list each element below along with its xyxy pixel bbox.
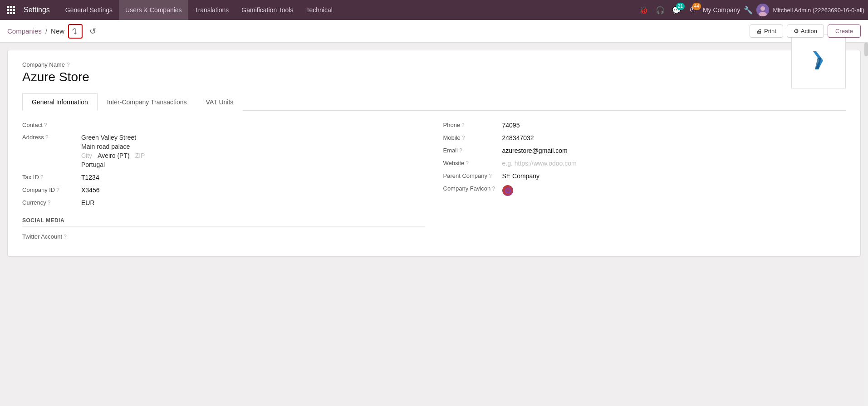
print-icon: 🖨 xyxy=(756,28,762,34)
tab-general-information[interactable]: General Information xyxy=(22,93,98,111)
apps-icon[interactable] xyxy=(4,3,18,17)
nav-right: 🐞 🎧 💬 21 ⏱ 44 My Company 🔧 Mitchell Admi… xyxy=(638,4,864,16)
tax-id-label: Tax ID ? xyxy=(22,174,81,181)
form-right: Phone ? 74095 Mobile ? 248347032 Email xyxy=(443,122,846,245)
currency-help-icon[interactable]: ? xyxy=(48,200,51,206)
zip-placeholder[interactable]: ZIP xyxy=(135,152,145,159)
svg-rect-0 xyxy=(7,6,9,8)
wrench-icon[interactable]: 🔧 xyxy=(744,6,753,15)
tab-inter-company[interactable]: Inter-Company Transactions xyxy=(98,93,196,111)
support-icon[interactable]: 🎧 xyxy=(654,4,667,16)
save-button[interactable] xyxy=(68,24,83,39)
svg-rect-3 xyxy=(7,9,9,11)
country-value[interactable]: Portugal xyxy=(81,161,145,168)
tax-id-field: Tax ID ? T1234 xyxy=(22,174,425,181)
city-placeholder[interactable]: City xyxy=(81,152,92,159)
nav-gamification[interactable]: Gamification Tools xyxy=(235,0,299,20)
twitter-field: Twitter Account ? xyxy=(22,233,425,240)
user-name[interactable]: Mitchell Admin (22263690-16-0-all) xyxy=(773,7,864,14)
mobile-label: Mobile ? xyxy=(443,134,502,141)
breadcrumb-parent[interactable]: Companies xyxy=(7,27,42,35)
svg-rect-1 xyxy=(10,6,12,8)
discard-button[interactable]: ↺ xyxy=(86,25,99,38)
breadcrumb-bar: Companies / New ↺ 🖨 Print ⚙ Action Creat… xyxy=(0,20,868,43)
svg-rect-2 xyxy=(13,6,15,8)
gear-icon: ⚙ xyxy=(794,28,799,34)
currency-label: Currency ? xyxy=(22,199,81,206)
company-name-help-icon[interactable]: ? xyxy=(67,62,70,68)
svg-point-10 xyxy=(760,6,765,11)
mobile-help-icon[interactable]: ? xyxy=(462,135,465,141)
tab-vat-units[interactable]: VAT Units xyxy=(196,93,243,111)
svg-rect-8 xyxy=(13,12,15,14)
app-name: Settings xyxy=(20,6,54,14)
address-city-row: City Aveiro (PT) ZIP xyxy=(81,152,145,159)
phone-help-icon[interactable]: ? xyxy=(461,122,465,128)
timer-icon[interactable]: ⏱ 44 xyxy=(687,4,699,16)
company-id-field: Company ID ? X3456 xyxy=(22,186,425,194)
svg-rect-6 xyxy=(7,12,9,14)
main-content: Company Name ? Azure Store General Infor… xyxy=(0,43,868,406)
social-media-section: SOCIAL MEDIA Twitter Account ? xyxy=(22,217,425,240)
currency-value[interactable]: EUR xyxy=(81,199,95,206)
phone-label: Phone ? xyxy=(443,122,502,128)
company-id-help-icon[interactable]: ? xyxy=(56,187,59,193)
company-name[interactable]: My Company xyxy=(703,6,740,14)
create-button[interactable]: Create xyxy=(828,24,861,38)
breadcrumb-actions: 🖨 Print ⚙ Action Create xyxy=(750,24,861,38)
action-button[interactable]: ⚙ Action xyxy=(787,24,824,38)
svg-rect-5 xyxy=(13,9,15,11)
nav-items: General Settings Users & Companies Trans… xyxy=(59,0,636,20)
tax-id-help-icon[interactable]: ? xyxy=(40,174,44,181)
address-value: Green Valley Street Main road palace Cit… xyxy=(81,134,145,168)
nav-translations[interactable]: Translations xyxy=(188,0,235,20)
email-field: Email ? azurestore@gmail.com xyxy=(443,147,846,154)
contact-label: Contact ? xyxy=(22,122,81,128)
scrollbar-track[interactable] xyxy=(864,43,868,406)
bug-icon[interactable]: 🐞 xyxy=(638,4,650,16)
mobile-value[interactable]: 248347032 xyxy=(502,134,534,142)
company-favicon-field: Company Favicon ? xyxy=(443,185,846,196)
nav-users-companies[interactable]: Users & Companies xyxy=(119,0,188,20)
nav-general-settings[interactable]: General Settings xyxy=(59,0,119,20)
parent-company-label: Parent Company ? xyxy=(443,172,502,179)
company-name-value[interactable]: Azure Store xyxy=(22,70,846,84)
email-help-icon[interactable]: ? xyxy=(459,147,462,154)
address-field: Address ? Green Valley Street Main road … xyxy=(22,134,425,168)
website-label: Website ? xyxy=(443,160,502,166)
twitter-help-icon[interactable]: ? xyxy=(64,234,67,240)
svg-point-17 xyxy=(504,186,512,195)
favicon-help-icon[interactable]: ? xyxy=(492,186,495,192)
twitter-label: Twitter Account ? xyxy=(22,233,81,240)
website-field: Website ? e.g. https://www.odoo.com xyxy=(443,160,846,167)
mobile-field: Mobile ? 248347032 xyxy=(443,134,846,142)
parent-company-help-icon[interactable]: ? xyxy=(489,173,492,179)
email-value[interactable]: azurestore@gmail.com xyxy=(502,147,568,154)
form-body: Contact ? Address ? Green Valley Street … xyxy=(22,122,846,245)
form-container: Company Name ? Azure Store General Infor… xyxy=(7,50,861,257)
address-label: Address ? xyxy=(22,134,81,141)
company-id-value[interactable]: X3456 xyxy=(81,186,99,194)
parent-company-field: Parent Company ? SE Company xyxy=(443,172,846,180)
timer-badge: 44 xyxy=(692,3,701,10)
tabs: General Information Inter-Company Transa… xyxy=(22,93,846,111)
chat-icon[interactable]: 💬 21 xyxy=(670,4,683,16)
company-favicon-value[interactable] xyxy=(502,185,513,196)
company-favicon-label: Company Favicon ? xyxy=(443,185,502,192)
address-help-icon[interactable]: ? xyxy=(45,134,49,141)
parent-company-value[interactable]: SE Company xyxy=(502,172,539,180)
tax-id-value[interactable]: T1234 xyxy=(81,174,99,181)
contact-help-icon[interactable]: ? xyxy=(44,122,47,128)
website-placeholder[interactable]: e.g. https://www.odoo.com xyxy=(502,160,577,167)
scrollbar-thumb[interactable] xyxy=(864,43,868,56)
print-button[interactable]: 🖨 Print xyxy=(750,24,783,38)
nav-technical[interactable]: Technical xyxy=(300,0,339,20)
website-help-icon[interactable]: ? xyxy=(466,160,469,166)
phone-value[interactable]: 74095 xyxy=(502,122,520,129)
phone-field: Phone ? 74095 xyxy=(443,122,846,129)
email-label: Email ? xyxy=(443,147,502,154)
company-logo[interactable] xyxy=(791,34,846,88)
company-id-label: Company ID ? xyxy=(22,186,81,193)
user-avatar[interactable] xyxy=(756,4,769,16)
state-value[interactable]: Aveiro (PT) xyxy=(98,152,130,159)
